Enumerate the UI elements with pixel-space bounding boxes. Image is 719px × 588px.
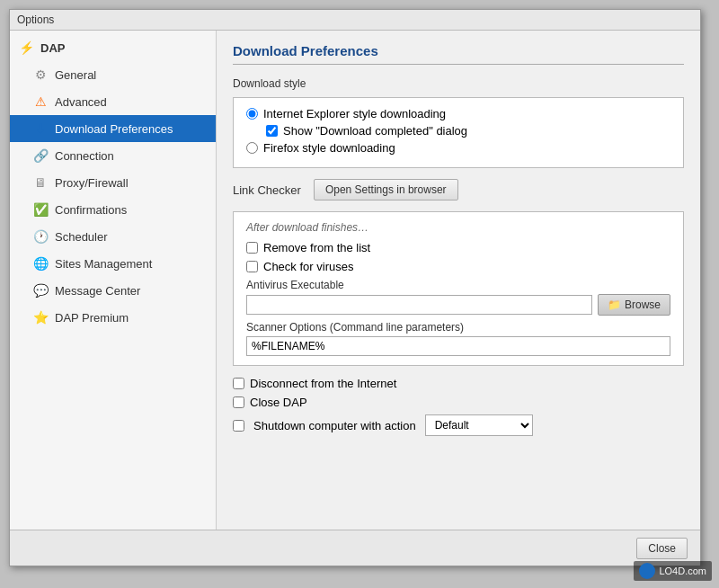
close-dap-label[interactable]: Close DAP: [250, 396, 307, 409]
after-download-label: After download finishes…: [246, 221, 670, 234]
scanner-options-wrap: Scanner Options (Command line parameters…: [246, 321, 670, 356]
remove-from-list-label[interactable]: Remove from the list: [263, 241, 370, 254]
advanced-icon: ⚠: [31, 93, 49, 111]
sidebar-item-proxy-firewall[interactable]: 🖥 Proxy/Firewall: [10, 169, 216, 196]
sidebar-item-scheduler[interactable]: 🕐 Scheduler: [10, 223, 216, 250]
sidebar-item-message-center[interactable]: 💬 Message Center: [10, 277, 216, 304]
bottom-bar: Close: [10, 530, 700, 566]
message-icon: 💬: [31, 281, 49, 299]
disconnect-row: Disconnect from the Internet Close DAP S…: [233, 377, 684, 436]
firefox-style-radio-row: Firefox style downloading: [246, 141, 670, 155]
sidebar-item-label-connection: Connection: [55, 149, 114, 163]
sidebar-item-confirmations[interactable]: ✅ Confirmations: [10, 196, 216, 223]
close-button[interactable]: Close: [636, 538, 688, 559]
watermark: LO4D.com: [634, 561, 712, 581]
shutdown-label[interactable]: Shutdown computer with action: [253, 419, 416, 432]
shutdown-dropdown[interactable]: Default Shutdown Restart Hibernate Stand…: [425, 414, 533, 436]
sites-icon: 🌐: [31, 254, 49, 272]
check-viruses-row: Check for viruses: [246, 260, 670, 273]
browse-button[interactable]: 📁 Browse: [598, 294, 670, 316]
shutdown-row: Shutdown computer with action Default Sh…: [233, 414, 684, 436]
gear-icon: ⚙: [31, 66, 49, 84]
panel-title: Download Preferences: [233, 43, 684, 65]
link-checker-label: Link Checker: [233, 183, 301, 197]
open-settings-browser-button[interactable]: Open Settings in browser: [314, 179, 458, 200]
dap-premium-icon: ⭐: [31, 308, 49, 326]
sidebar-item-label-dap: DAP: [40, 41, 65, 55]
sidebar-item-advanced[interactable]: ⚠ Advanced: [10, 88, 216, 115]
disconnect-checkbox-row: Disconnect from the Internet: [233, 377, 684, 390]
sidebar-item-label-dap-premium: DAP Premium: [55, 311, 129, 325]
link-checker-row: Link Checker Open Settings in browser: [233, 179, 684, 200]
connection-icon: 🔗: [31, 147, 49, 165]
close-dap-row: Close DAP: [233, 396, 684, 409]
antivirus-label: Antivirus Executable: [246, 279, 670, 291]
sidebar-item-label-advanced: Advanced: [55, 95, 107, 109]
sidebar-item-label-sites: Sites Management: [55, 257, 152, 271]
sidebar-item-connection[interactable]: 🔗 Connection: [10, 142, 216, 169]
sidebar-item-dap[interactable]: ⚡ DAP: [10, 34, 216, 61]
options-window: Options ⚡ DAP ⚙ General ⚠ Advanced ⬇ Dow…: [9, 9, 701, 566]
antivirus-input[interactable]: [246, 295, 592, 315]
disconnect-label[interactable]: Disconnect from the Internet: [250, 377, 396, 390]
sidebar-item-label-general: General: [55, 68, 96, 82]
show-completed-label[interactable]: Show "Download completed" dialog: [283, 124, 467, 138]
scanner-options-label: Scanner Options (Command line parameters…: [246, 321, 670, 334]
sidebar-item-dap-premium[interactable]: ⭐ DAP Premium: [10, 304, 216, 331]
browse-label: Browse: [625, 298, 661, 311]
window-title: Options: [17, 13, 54, 26]
disconnect-checkbox[interactable]: [233, 378, 244, 389]
ie-style-radio-row: Internet Explorer style downloading: [246, 107, 670, 120]
sidebar-item-download-preferences[interactable]: ⬇ Download Preferences: [10, 115, 216, 142]
download-style-label: Download style: [233, 77, 684, 90]
sidebar-item-sites-management[interactable]: 🌐 Sites Management: [10, 250, 216, 277]
show-completed-row: Show "Download completed" dialog: [266, 124, 670, 138]
show-completed-checkbox[interactable]: [266, 125, 278, 137]
sidebar-item-label-message: Message Center: [55, 284, 140, 298]
download-icon: ⬇: [31, 120, 49, 138]
close-dap-checkbox[interactable]: [233, 396, 244, 408]
antivirus-row: 📁 Browse: [246, 294, 670, 316]
check-viruses-label[interactable]: Check for viruses: [263, 260, 353, 273]
firefox-style-label[interactable]: Firefox style downloading: [263, 141, 395, 155]
confirmations-icon: ✅: [31, 200, 49, 218]
ie-style-radio[interactable]: [246, 108, 258, 120]
firefox-style-radio[interactable]: [246, 142, 258, 154]
sidebar-item-label-scheduler: Scheduler: [55, 230, 108, 244]
scanner-options-input[interactable]: [246, 336, 670, 356]
main-panel: Download Preferences Download style Inte…: [217, 31, 700, 563]
remove-from-list-checkbox[interactable]: [246, 242, 258, 254]
proxy-icon: 🖥: [31, 174, 49, 192]
ie-style-label[interactable]: Internet Explorer style downloading: [263, 107, 446, 120]
sidebar-item-label-download: Download Preferences: [55, 122, 173, 136]
sidebar-item-general[interactable]: ⚙ General: [10, 61, 216, 88]
watermark-text: LO4D.com: [659, 566, 706, 576]
sidebar-item-label-confirmations: Confirmations: [55, 203, 127, 217]
scheduler-icon: 🕐: [31, 227, 49, 245]
dap-icon: ⚡: [17, 39, 35, 57]
sidebar-item-label-proxy: Proxy/Firewall: [55, 176, 129, 190]
remove-from-list-row: Remove from the list: [246, 241, 670, 254]
shutdown-checkbox[interactable]: [233, 420, 244, 432]
watermark-logo: [639, 563, 655, 579]
after-download-section: After download finishes… Remove from the…: [233, 211, 684, 366]
sidebar: ⚡ DAP ⚙ General ⚠ Advanced ⬇ Download Pr…: [10, 31, 217, 563]
browse-icon: 📁: [608, 298, 621, 311]
title-bar: Options: [10, 10, 700, 31]
check-viruses-checkbox[interactable]: [246, 261, 258, 272]
download-style-box: Internet Explorer style downloading Show…: [233, 97, 684, 168]
